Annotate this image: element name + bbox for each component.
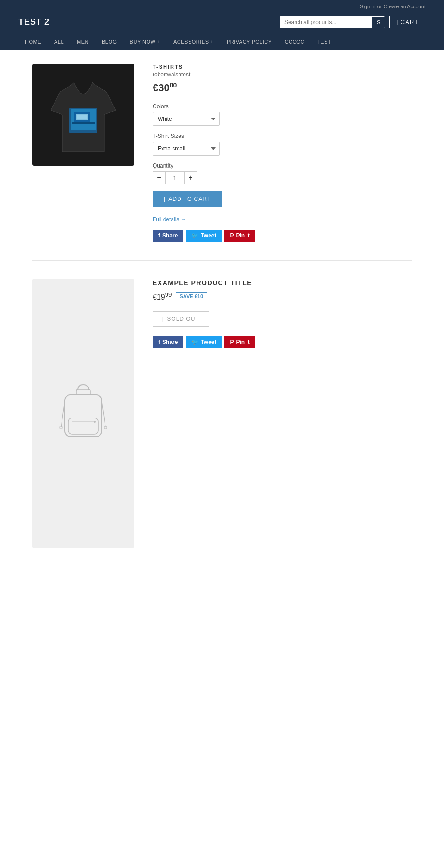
pinterest-icon: P xyxy=(230,232,234,239)
facebook-share-button[interactable]: f Share xyxy=(153,230,183,242)
nav-list: HOME ALL MEN BLOG BUY NOW + ACESSORIES +… xyxy=(18,33,426,50)
svg-line-11 xyxy=(102,402,105,427)
sold-out-label: SOLD OUT xyxy=(167,316,199,322)
nav-all[interactable]: ALL xyxy=(48,33,70,50)
nav-privacy[interactable]: PRIVACY POLICY xyxy=(220,33,278,50)
product1-category: T-SHIRTS xyxy=(153,64,412,69)
search-input[interactable] xyxy=(280,16,372,28)
svg-point-9 xyxy=(94,421,96,423)
product2-image-container xyxy=(32,279,134,548)
tshirt-illustration xyxy=(46,69,120,161)
pinterest-icon2: P xyxy=(230,339,234,345)
twitter-tweet-button[interactable]: 🐦 Tweet xyxy=(186,230,222,242)
price-main: €30 xyxy=(153,82,170,94)
svg-rect-7 xyxy=(68,418,98,434)
pin-label2: Pin it xyxy=(236,339,250,345)
product1-section: T-SHIRTS robertwalshtest €3000 Colors Wh… xyxy=(32,64,412,261)
nav-men[interactable]: MEN xyxy=(70,33,95,50)
main-content: T-SHIRTS robertwalshtest €3000 Colors Wh… xyxy=(23,50,421,599)
sold-out-button: [ SOLD OUT xyxy=(153,311,209,327)
save-badge: SAVE €10 xyxy=(176,292,208,300)
cart-button[interactable]: [ CART xyxy=(389,16,426,28)
cart-label: CART xyxy=(401,19,419,25)
share-label2: Share xyxy=(162,339,178,345)
size-select[interactable]: Extra small Small Medium Large XL xyxy=(153,142,220,156)
header-right: S [ CART xyxy=(280,16,426,28)
product2-pinterest-pin-button[interactable]: P Pin it xyxy=(224,336,255,348)
pinterest-pin-button[interactable]: P Pin it xyxy=(224,230,255,242)
search-bar: S xyxy=(280,16,385,28)
product2-facebook-share-button[interactable]: f Share xyxy=(153,336,183,348)
sizes-label: T-Shirt Sizes xyxy=(153,133,412,139)
price2-main: €19 xyxy=(153,293,165,301)
cart-bracket-icon: [ xyxy=(164,196,166,202)
price-cents: 00 xyxy=(170,81,177,89)
product2-details: EXAMPLE PRODUCT TITLE €1999 SAVE €10 [ S… xyxy=(153,279,412,548)
main-nav: HOME ALL MEN BLOG BUY NOW + ACESSORIES +… xyxy=(0,33,444,50)
product2-price-row: €1999 SAVE €10 xyxy=(153,291,412,301)
product2-image xyxy=(32,279,134,548)
svg-rect-2 xyxy=(72,122,95,124)
nav-ccccc[interactable]: CCCCC xyxy=(278,33,311,50)
nav-test[interactable]: TEST xyxy=(311,33,338,50)
product2-twitter-tweet-button[interactable]: 🐦 Tweet xyxy=(186,336,222,348)
site-header: Sign in or Create an Account TEST 2 S [ … xyxy=(0,0,444,33)
twitter-icon2: 🐦 xyxy=(191,339,198,345)
product2-price: €1999 xyxy=(153,291,172,301)
price2-cents: 99 xyxy=(165,291,172,298)
colors-label: Colors xyxy=(153,103,412,110)
share-label: Share xyxy=(162,232,178,239)
product2-section: EXAMPLE PRODUCT TITLE €1999 SAVE €10 [ S… xyxy=(32,279,412,566)
add-to-cart-label: ADD TO CART xyxy=(168,196,211,202)
tweet-label: Tweet xyxy=(201,232,216,239)
or-separator: or xyxy=(377,4,382,9)
product1-image xyxy=(32,64,134,166)
header-top-bar: Sign in or Create an Account xyxy=(18,0,426,11)
nav-accessories[interactable]: ACESSORIES + xyxy=(167,33,220,50)
header-main: TEST 2 S [ CART xyxy=(18,11,426,33)
sign-in-link[interactable]: Sign in xyxy=(360,4,376,9)
nav-home[interactable]: HOME xyxy=(18,33,48,50)
full-details-link[interactable]: Full details → xyxy=(153,216,412,223)
add-to-cart-button[interactable]: [ ADD TO CART xyxy=(153,191,222,207)
product2-social-buttons: f Share 🐦 Tweet P Pin it xyxy=(153,336,412,348)
nav-buy-now[interactable]: BUY NOW + xyxy=(123,33,167,50)
tweet-label2: Tweet xyxy=(201,339,216,345)
facebook-icon: f xyxy=(158,232,160,239)
search-button[interactable]: S xyxy=(372,17,385,28)
sold-out-bracket-icon: [ xyxy=(162,316,164,322)
product1-details: T-SHIRTS robertwalshtest €3000 Colors Wh… xyxy=(153,64,412,242)
product1-social-buttons: f Share 🐦 Tweet P Pin it xyxy=(153,230,412,242)
quantity-label: Quantity xyxy=(153,162,412,169)
product1-vendor: robertwalshtest xyxy=(153,71,412,78)
pin-label: Pin it xyxy=(236,232,250,239)
bag-illustration xyxy=(56,381,111,446)
product1-price: €3000 xyxy=(153,81,412,94)
quantity-control: − + xyxy=(153,171,412,184)
nav-blog[interactable]: BLOG xyxy=(95,33,123,50)
cart-bracket: [ xyxy=(396,19,399,25)
quantity-input[interactable] xyxy=(166,171,184,184)
create-account-link[interactable]: Create an Account xyxy=(383,4,426,9)
twitter-icon: 🐦 xyxy=(191,232,198,239)
qty-decrease-button[interactable]: − xyxy=(153,171,166,184)
site-title: TEST 2 xyxy=(18,17,49,27)
qty-increase-button[interactable]: + xyxy=(184,171,197,184)
svg-rect-6 xyxy=(65,395,102,437)
product2-title: EXAMPLE PRODUCT TITLE xyxy=(153,279,412,287)
svg-rect-5 xyxy=(77,115,87,119)
facebook-icon2: f xyxy=(158,339,160,345)
svg-line-10 xyxy=(61,402,65,427)
product1-image-container xyxy=(32,64,134,242)
color-select[interactable]: White Black Red xyxy=(153,112,220,126)
